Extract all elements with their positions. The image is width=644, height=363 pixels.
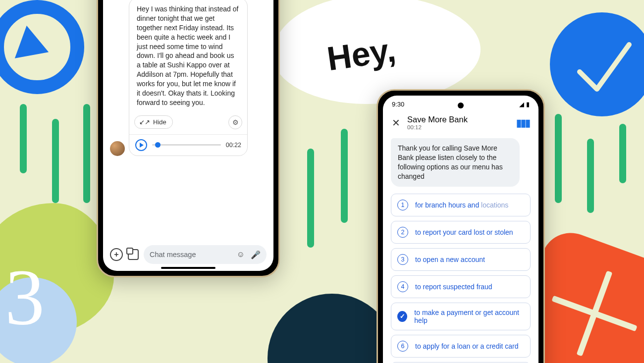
decor-bar — [83, 104, 90, 203]
decor-bar — [20, 104, 27, 173]
decor-speech-bubble: Hey, — [272, 0, 481, 104]
audio-bars-icon[interactable]: ▮▮▮ — [516, 117, 530, 129]
ivr-option-4[interactable]: 4 to report suspected fraud — [391, 275, 531, 298]
option-text: to report your card lost or stolen — [415, 228, 513, 236]
settings-icon[interactable]: ⚙ — [228, 115, 242, 129]
decor-hey-text: Hey, — [324, 30, 398, 78]
decor-blue-disc — [550, 12, 644, 116]
collapse-icon: ↙↗ — [139, 118, 150, 126]
decor-number-three: 3 — [5, 258, 45, 337]
option-number: 1 — [397, 200, 408, 210]
call-title: Save More Bank — [407, 115, 468, 124]
option-text: to apply for a loan or a credit card — [415, 342, 519, 350]
home-indicator — [161, 267, 215, 269]
add-attachment-button[interactable]: + — [110, 248, 123, 261]
audio-scrubber[interactable] — [152, 144, 221, 146]
call-elapsed: 00:12 — [407, 124, 468, 130]
contact-avatar[interactable] — [110, 141, 125, 156]
decor-play-ring — [0, 0, 84, 94]
message-placeholder: Chat message — [150, 251, 196, 259]
voice-transcript: Hey I was thinking that instead of dinne… — [129, 0, 247, 112]
option-text: for branch hours and — [415, 201, 481, 209]
incoming-transcript: Thank you for calling Save More Bank ple… — [391, 138, 520, 187]
status-icons: ◢ ▮ — [519, 101, 530, 108]
option-number: 4 — [397, 281, 408, 292]
ivr-option-1[interactable]: 1 for branch hours and locations — [391, 194, 531, 216]
decor-bar — [619, 124, 626, 183]
hide-label: Hide — [153, 118, 166, 126]
play-button[interactable] — [135, 139, 147, 151]
option-check-icon — [397, 311, 407, 322]
decor-bar — [587, 139, 594, 213]
option-text-faded: locations — [481, 201, 508, 209]
message-input[interactable]: Chat message ☺ 🎤 — [144, 245, 267, 264]
decor-bar — [52, 119, 59, 203]
audio-duration: 00:22 — [226, 142, 241, 149]
hide-transcript-button[interactable]: ↙↗ Hide — [134, 115, 173, 129]
option-text: to open a new account — [415, 256, 485, 263]
option-text: to make a payment or get account help — [414, 309, 524, 324]
ivr-option-5[interactable]: to make a payment or get account help — [391, 303, 531, 330]
decor-bar — [307, 149, 314, 248]
phone-messages: Sounds good. Talk to you soon Today Do y… — [97, 0, 280, 277]
ivr-option-6[interactable]: 6 to apply for a loan or a credit card — [391, 335, 531, 358]
gallery-button[interactable] — [128, 249, 139, 260]
decor-bar — [555, 114, 562, 203]
ivr-option-3[interactable]: 3 to open a new account — [391, 248, 531, 271]
status-time: 9:30 — [392, 101, 404, 108]
decor-bar — [341, 129, 348, 223]
ivr-options: 1 for branch hours and locations 2 to re… — [383, 194, 538, 363]
mic-icon[interactable]: 🎤 — [251, 250, 261, 259]
option-number: 6 — [397, 341, 408, 352]
option-number: 2 — [397, 227, 408, 238]
emoji-icon[interactable]: ☺ — [237, 250, 245, 259]
front-camera — [458, 103, 464, 108]
ivr-option-2[interactable]: 2 to report your card lost or stolen — [391, 221, 531, 244]
close-icon[interactable]: ✕ — [392, 117, 400, 129]
phone-call-assist: 9:30 ◢ ▮ ✕ Save More Bank 00:12 ▮▮▮ Than… — [376, 89, 545, 363]
voice-message-card: Hey I was thinking that instead of dinne… — [129, 0, 248, 156]
option-text: to report suspected fraud — [415, 283, 492, 291]
status-bar: 9:30 ◢ ▮ — [383, 96, 538, 109]
option-number: 3 — [397, 254, 408, 265]
